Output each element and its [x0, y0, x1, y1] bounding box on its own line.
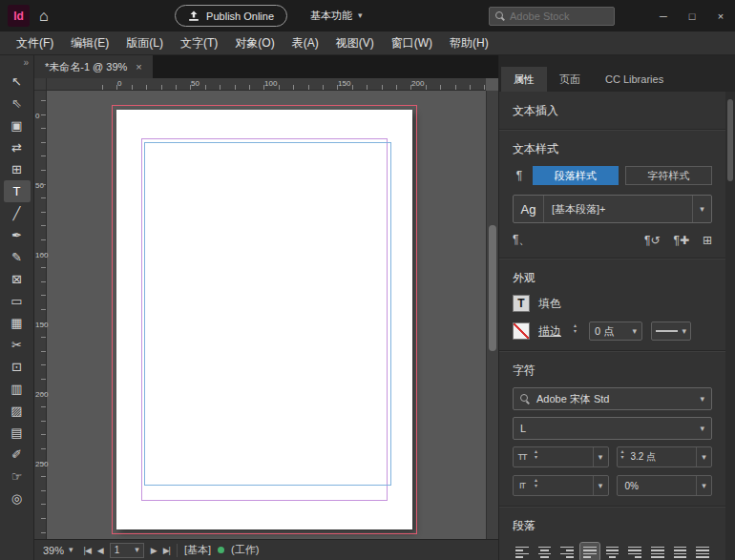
rectangle-frame-tool[interactable]: ⊠	[4, 268, 31, 290]
vertical-ruler[interactable]: 0 50 100 150 200 250	[34, 91, 47, 539]
chevron-down-icon[interactable]: ▾	[570, 331, 580, 337]
first-page-button[interactable]: |◀	[84, 546, 91, 555]
vertical-scrollbar[interactable]	[486, 91, 498, 539]
scrollbar-thumb[interactable]	[489, 225, 496, 351]
maximize-button[interactable]: □	[678, 0, 706, 31]
chevron-down-icon[interactable]: ▾	[692, 196, 711, 222]
last-page-button[interactable]: ▶|	[163, 546, 170, 555]
show-hidden-chars-icon[interactable]: ¶、	[513, 232, 530, 248]
align-left-button[interactable]	[513, 543, 532, 560]
align-center-button[interactable]	[536, 543, 555, 560]
panel-scrollbar[interactable]	[725, 92, 735, 560]
text-frame[interactable]	[144, 142, 391, 486]
next-page-button[interactable]: ▶	[151, 546, 157, 555]
pencil-tool[interactable]: ✎	[4, 246, 31, 268]
align-toward-spine-button[interactable]	[671, 543, 690, 560]
rectangle-tool[interactable]: ▭	[4, 290, 31, 312]
chevron-down-icon[interactable]: ▾	[593, 447, 608, 467]
gap-tool[interactable]: ⇄	[4, 136, 31, 158]
justify-left-button[interactable]	[580, 543, 599, 560]
menu-view[interactable]: 视图(V)	[327, 35, 383, 52]
gradient-swatch-tool[interactable]: ▥	[4, 378, 31, 400]
menu-window[interactable]: 窗口(W)	[383, 35, 441, 52]
zoom-tool[interactable]: ◎	[4, 487, 31, 509]
paragraph-style-select[interactable]: Ag [基本段落]+ ▾	[513, 195, 712, 223]
chevron-down-icon[interactable]: ▾	[531, 486, 541, 491]
gradient-feather-tool[interactable]: ▨	[4, 400, 31, 422]
kerning-combo[interactable]: IT ▴ ▾ ▾	[513, 475, 609, 496]
redefine-style-icon[interactable]: ¶↺	[644, 234, 661, 247]
panel-scrollbar-thumb[interactable]	[727, 99, 733, 181]
zoom-level-control[interactable]: 39% ▾	[43, 545, 77, 556]
free-transform-tool[interactable]: ⊡	[4, 356, 31, 378]
paragraph-styles-tab[interactable]: 段落样式	[533, 166, 619, 185]
tab-properties[interactable]: 属性	[501, 67, 547, 92]
menu-help[interactable]: 帮助(H)	[441, 35, 497, 52]
toolbar-collapse-icon[interactable]: »	[0, 55, 33, 71]
justify-right-button[interactable]	[625, 543, 644, 560]
font-style-select[interactable]: L ▾	[513, 417, 712, 440]
previous-page-button[interactable]: ◀	[97, 546, 103, 555]
document-tab[interactable]: *未命名-1 @ 39% ×	[34, 55, 153, 78]
scissors-tool[interactable]: ✂	[4, 334, 31, 356]
eyedropper-tool[interactable]: ✐	[4, 444, 31, 466]
search-input[interactable]	[510, 10, 608, 22]
note-tool[interactable]: ▤	[4, 422, 31, 444]
stroke-swatch[interactable]	[513, 322, 530, 340]
align-right-button[interactable]	[557, 543, 577, 560]
type-tool[interactable]: T	[4, 180, 31, 202]
align-away-spine-button[interactable]	[693, 543, 712, 560]
chevron-down-icon[interactable]: ▾	[696, 447, 711, 467]
menu-layout[interactable]: 版面(L)	[117, 35, 172, 52]
chevron-down-icon[interactable]: ▾	[696, 476, 711, 495]
fill-swatch[interactable]: T	[513, 295, 530, 312]
font-size-combo[interactable]: TT ▴ ▾ ▾	[513, 446, 609, 467]
publish-online-button[interactable]: Publish Online	[175, 5, 287, 27]
font-size-stepper[interactable]: ▴ ▾	[531, 451, 541, 463]
character-styles-tab[interactable]: 字符样式	[625, 166, 713, 185]
stroke-label[interactable]: 描边	[538, 323, 561, 340]
stroke-weight-select[interactable]: 0 点 ▾	[589, 321, 642, 341]
preflight-profile[interactable]: [基本]	[184, 543, 211, 557]
close-button[interactable]: ×	[706, 0, 735, 31]
page-number-select[interactable]: 1 ▾	[110, 543, 144, 558]
hand-tool[interactable]: ☞	[4, 466, 31, 487]
polygon-tool[interactable]: ▦	[4, 312, 31, 334]
style-options-icon[interactable]: ⊞	[703, 234, 712, 247]
chevron-down-icon[interactable]: ▾	[618, 457, 628, 463]
tracking-combo[interactable]: 0% ▾	[617, 475, 713, 496]
leading-combo[interactable]: ▴ ▾ 3.2 点 ▾	[617, 446, 713, 467]
document-page[interactable]	[116, 110, 412, 529]
content-collector-tool[interactable]: ⊞	[4, 158, 31, 180]
menu-file[interactable]: 文件(F)	[8, 35, 62, 52]
ruler-origin-corner[interactable]	[34, 78, 47, 91]
pen-tool[interactable]: ✒	[4, 224, 31, 246]
menu-object[interactable]: 对象(O)	[226, 35, 283, 52]
tab-close-icon[interactable]: ×	[136, 61, 141, 73]
tab-pages[interactable]: 页面	[547, 67, 593, 92]
chevron-down-icon[interactable]: ▾	[593, 476, 608, 495]
chevron-down-icon[interactable]: ▾	[531, 457, 541, 463]
line-tool[interactable]: ╱	[4, 202, 31, 224]
workspace-switcher[interactable]: 基本功能 ▾	[310, 9, 363, 23]
stock-search-box[interactable]	[489, 7, 615, 26]
stroke-weight-stepper[interactable]: ▴ ▾	[570, 325, 580, 337]
font-family-select[interactable]: Adobe 宋体 Std ▾	[513, 387, 712, 410]
justify-center-button[interactable]	[603, 543, 622, 560]
direct-selection-tool[interactable]: ⇖	[4, 93, 31, 114]
home-icon[interactable]: ⌂	[39, 9, 49, 24]
menu-table[interactable]: 表(A)	[284, 35, 327, 52]
kerning-stepper[interactable]: ▴ ▾	[531, 480, 541, 491]
menu-edit[interactable]: 编辑(E)	[62, 35, 117, 52]
new-style-icon[interactable]: ¶✚	[673, 234, 689, 247]
horizontal-ruler[interactable]: 0 50 100 150 200	[47, 78, 486, 91]
leading-stepper[interactable]: ▴ ▾	[618, 451, 628, 463]
menu-type[interactable]: 文字(T)	[172, 35, 226, 52]
selection-tool[interactable]: ↖	[4, 71, 31, 93]
justify-all-button[interactable]	[648, 543, 667, 560]
stroke-style-select[interactable]: ▾	[651, 321, 691, 341]
minimize-button[interactable]: ─	[649, 0, 678, 31]
page-tool[interactable]: ▣	[4, 114, 31, 136]
app-logo-icon[interactable]: Id	[8, 5, 30, 27]
tab-cc-libraries[interactable]: CC Libraries	[593, 67, 676, 92]
